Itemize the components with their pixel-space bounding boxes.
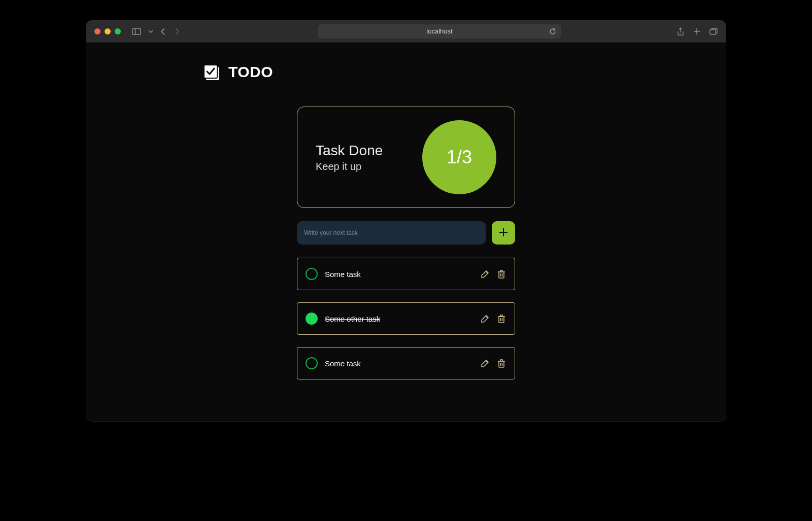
svg-rect-6 xyxy=(204,65,217,78)
summary-title: Task Done xyxy=(316,143,383,159)
svg-rect-0 xyxy=(132,28,141,34)
toolbar-left-group xyxy=(132,28,180,35)
task-checkbox[interactable] xyxy=(306,268,318,280)
reload-icon[interactable] xyxy=(549,28,556,35)
delete-icon[interactable] xyxy=(496,358,506,368)
task-actions xyxy=(480,358,506,368)
add-task-button[interactable] xyxy=(492,221,515,245)
page-content: TODO Task Done Keep it up 1/3 xyxy=(86,43,726,421)
svg-rect-4 xyxy=(710,29,716,34)
tabs-overview-icon[interactable] xyxy=(709,28,718,35)
task-label: Some task xyxy=(325,359,473,368)
chevron-down-icon[interactable] xyxy=(148,29,153,34)
share-icon[interactable] xyxy=(677,27,684,36)
task-list: Some task Some other task xyxy=(297,258,515,379)
plus-icon xyxy=(498,227,509,239)
progress-circle: 1/3 xyxy=(422,120,496,194)
task-actions xyxy=(480,314,506,324)
window-minimize-button[interactable] xyxy=(105,28,111,34)
main-column: Task Done Keep it up 1/3 Some xyxy=(297,107,515,379)
task-label: Some other task xyxy=(325,315,473,323)
address-text: localhost xyxy=(426,27,452,35)
progress-label: 1/3 xyxy=(447,147,472,168)
toolbar-right-group xyxy=(677,27,718,36)
window-close-button[interactable] xyxy=(94,28,100,34)
task-row: Some task xyxy=(297,347,515,379)
task-label: Some task xyxy=(325,270,473,279)
delete-icon[interactable] xyxy=(496,269,506,279)
window-maximize-button[interactable] xyxy=(115,28,121,34)
nav-back-icon[interactable] xyxy=(160,28,166,35)
summary-card: Task Done Keep it up 1/3 xyxy=(297,107,515,208)
summary-subtitle: Keep it up xyxy=(316,161,383,172)
task-row: Some other task xyxy=(297,302,515,335)
edit-icon[interactable] xyxy=(480,314,490,324)
edit-icon[interactable] xyxy=(480,358,490,368)
task-row: Some task xyxy=(297,258,515,290)
nav-forward-icon[interactable] xyxy=(174,28,180,35)
traffic-lights xyxy=(94,28,121,34)
address-bar[interactable]: localhost xyxy=(318,24,561,39)
edit-icon[interactable] xyxy=(480,269,490,279)
svg-rect-15 xyxy=(499,361,504,367)
task-checkbox[interactable] xyxy=(306,312,318,325)
task-actions xyxy=(480,269,506,279)
task-checkbox[interactable] xyxy=(306,357,318,369)
app-header: TODO xyxy=(203,63,726,81)
app-title: TODO xyxy=(228,63,273,81)
sidebar-toggle-icon[interactable] xyxy=(132,28,141,35)
new-task-row xyxy=(297,221,515,245)
new-tab-icon[interactable] xyxy=(693,28,700,35)
delete-icon[interactable] xyxy=(496,314,506,324)
svg-rect-12 xyxy=(499,317,504,323)
summary-text: Task Done Keep it up xyxy=(316,143,383,172)
new-task-input[interactable] xyxy=(297,221,486,245)
browser-toolbar: localhost xyxy=(86,20,726,43)
browser-window: localhost xyxy=(86,20,726,421)
svg-rect-9 xyxy=(499,272,504,278)
app-logo-icon xyxy=(203,63,221,81)
